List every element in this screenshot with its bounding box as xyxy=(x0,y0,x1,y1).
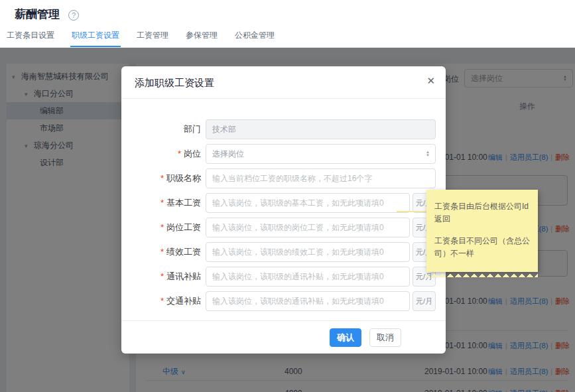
select-value: 选择岗位 xyxy=(212,149,244,159)
dialog-footer-divider xyxy=(121,320,446,321)
confirm-button[interactable]: 确认 xyxy=(330,328,361,347)
form-field-level-name: *职级名称 xyxy=(135,168,436,188)
add-level-salary-dialog: 添加职级工资设置 ✕ 部门 *岗位 选择岗位 ▲▼ *职级名称 *基本工资 xyxy=(121,66,446,354)
field-label: 基本工资 xyxy=(166,198,201,208)
cancel-button[interactable]: 取消 xyxy=(369,328,401,347)
annotation-sticky-note: 工资条目由后台根据公司Id返回 工资条目不同公司（含总公司）不一样 xyxy=(426,190,538,272)
note-text: 工资条目不同公司（含总公司）不一样 xyxy=(434,235,530,260)
required-marker: * xyxy=(160,173,164,183)
tab-housing-fund-management[interactable]: 公积金管理 xyxy=(233,28,276,47)
page-header: 薪酬管理 ? 工资条目设置 职级工资设置 工资管理 参保管理 公积金管理 xyxy=(0,0,575,48)
page-title: 薪酬管理 xyxy=(15,7,60,22)
tab-bar: 工资条目设置 职级工资设置 工资管理 参保管理 公积金管理 xyxy=(5,28,276,47)
form-field-department: 部门 xyxy=(135,119,436,139)
field-label: 绩效工资 xyxy=(166,247,201,257)
form-field-position-salary: *岗位工资 元/月 xyxy=(135,218,436,237)
required-marker: * xyxy=(160,247,164,257)
note-text: 工资条目由后台根据公司Id返回 xyxy=(434,200,530,226)
required-marker: * xyxy=(160,198,164,208)
tab-salary-management[interactable]: 工资管理 xyxy=(135,28,170,47)
form-field-position: *岗位 选择岗位 ▲▼ xyxy=(135,144,436,164)
unit-suffix: 元/月 xyxy=(413,291,436,311)
form-field-performance-salary: *绩效工资 元/月 xyxy=(135,242,436,262)
required-marker: * xyxy=(160,271,164,281)
level-name-input[interactable] xyxy=(206,168,436,188)
field-label: 职级名称 xyxy=(166,173,201,183)
form-field-communication-subsidy: *通讯补贴 元/月 xyxy=(135,267,436,287)
field-label: 岗位工资 xyxy=(166,222,201,232)
form-field-transport-subsidy: *交通补贴 元/月 xyxy=(135,291,436,311)
field-label: 部门 xyxy=(184,124,201,134)
transport-subsidy-input[interactable] xyxy=(206,291,410,311)
field-label: 通讯补贴 xyxy=(166,271,201,281)
select-stepper-icon: ▲▼ xyxy=(426,151,430,157)
dialog-title: 添加职级工资设置 xyxy=(135,77,214,90)
dialog-title-divider xyxy=(121,98,446,99)
tab-level-salary-settings[interactable]: 职级工资设置 xyxy=(70,28,121,47)
help-icon[interactable]: ? xyxy=(68,10,79,21)
required-marker: * xyxy=(178,149,181,159)
tab-insurance-management[interactable]: 参保管理 xyxy=(184,28,219,47)
field-label: 岗位 xyxy=(184,149,201,159)
communication-subsidy-input[interactable] xyxy=(206,267,410,287)
close-icon[interactable]: ✕ xyxy=(426,74,435,88)
position-salary-input[interactable] xyxy=(206,218,410,237)
required-marker: * xyxy=(160,222,164,232)
salary-management-page: 薪酬管理 ? 工资条目设置 职级工资设置 工资管理 参保管理 公积金管理 ▾海南… xyxy=(0,0,575,392)
required-marker: * xyxy=(160,296,164,306)
form-field-base-salary: *基本工资 元/月 xyxy=(135,193,436,213)
position-select[interactable]: 选择岗位 ▲▼ xyxy=(206,144,436,164)
tab-salary-items[interactable]: 工资条目设置 xyxy=(5,28,56,47)
performance-salary-input[interactable] xyxy=(206,242,410,262)
department-input xyxy=(206,119,436,139)
note-connector-line xyxy=(397,211,428,212)
base-salary-input[interactable] xyxy=(206,193,410,213)
field-label: 交通补贴 xyxy=(166,296,201,306)
